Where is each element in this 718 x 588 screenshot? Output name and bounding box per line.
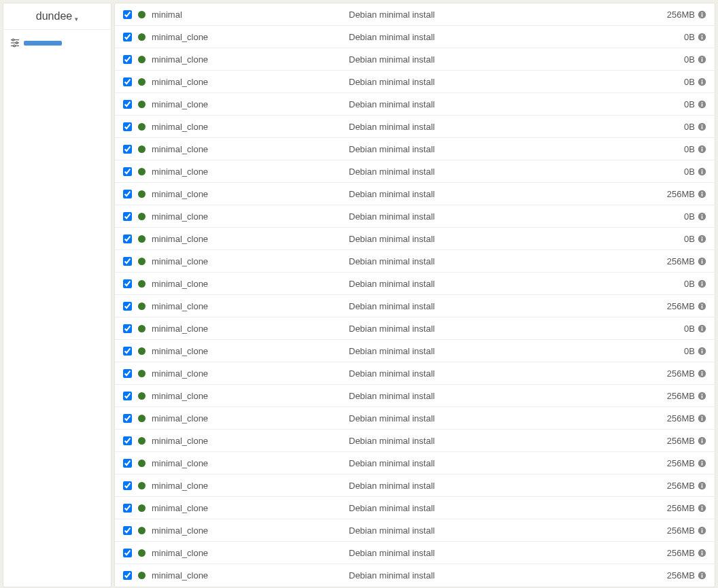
info-icon[interactable] [698,10,706,19]
info-icon[interactable] [698,549,706,557]
row-checkbox[interactable] [123,100,132,109]
table-row[interactable]: minimal_cloneDebian minimal install256MB [115,542,715,564]
row-checkbox[interactable] [123,279,132,288]
row-checkbox[interactable] [123,571,132,580]
table-row[interactable]: minimal_cloneDebian minimal install0B [115,26,715,48]
loading-bar [24,41,62,46]
row-checkbox[interactable] [123,436,132,445]
row-checkbox[interactable] [123,526,132,535]
row-checkbox[interactable] [123,55,132,64]
info-icon[interactable] [698,571,706,580]
vm-description: Debian minimal install [349,144,611,154]
row-checkbox[interactable] [123,145,132,154]
info-icon[interactable] [698,347,706,356]
info-icon[interactable] [698,302,706,311]
table-row[interactable]: minimal_cloneDebian minimal install0B [115,48,715,71]
table-row[interactable]: minimal_cloneDebian minimal install256MB [115,497,715,519]
row-checkbox[interactable] [123,167,132,176]
row-checkbox[interactable] [123,504,132,513]
vm-description: Debian minimal install [349,413,611,423]
row-checkbox[interactable] [123,481,132,490]
info-icon[interactable] [698,235,706,243]
svg-rect-55 [702,373,703,375]
info-icon[interactable] [698,212,706,221]
vm-size-cell: 256MB [611,413,706,423]
info-icon[interactable] [698,481,706,490]
table-row[interactable]: minimal_cloneDebian minimal install256MB [115,474,715,497]
svg-rect-19 [702,103,703,106]
row-checkbox[interactable] [123,235,132,243]
table-row[interactable]: minimal_cloneDebian minimal install256MB [115,295,715,317]
info-icon[interactable] [698,257,706,266]
table-row[interactable]: minimal_cloneDebian minimal install256MB [115,407,715,430]
row-checkbox-cell [123,235,138,243]
info-icon[interactable] [698,526,706,535]
info-icon[interactable] [698,167,706,176]
vm-size-cell: 0B [611,234,706,244]
row-checkbox[interactable] [123,33,132,41]
row-checkbox[interactable] [123,10,132,19]
info-icon[interactable] [698,122,706,131]
row-checkbox-cell [123,459,138,468]
table-row[interactable]: minimal_cloneDebian minimal install0B [115,71,715,93]
table-row[interactable]: minimal_cloneDebian minimal install0B [115,138,715,160]
vm-name: minimal_clone [152,301,349,311]
info-icon[interactable] [698,145,706,154]
table-row[interactable]: minimal_cloneDebian minimal install256MB [115,430,715,452]
info-icon[interactable] [698,279,706,288]
row-checkbox[interactable] [123,347,132,356]
sliders-icon[interactable] [10,38,20,48]
vm-description: Debian minimal install [349,346,611,356]
info-icon[interactable] [698,55,706,64]
table-row[interactable]: minimal_cloneDebian minimal install256MB [115,452,715,474]
table-row[interactable]: minimal_cloneDebian minimal install0B [115,273,715,295]
table-row[interactable]: minimal_cloneDebian minimal install256MB [115,183,715,205]
table-row[interactable]: minimal_cloneDebian minimal install256MB [115,250,715,273]
table-row[interactable]: minimal_cloneDebian minimal install256MB [115,519,715,542]
table-row[interactable]: minimal_cloneDebian minimal install0B [115,340,715,362]
table-row[interactable]: minimal_cloneDebian minimal install0B [115,160,715,183]
vm-description: Debian minimal install [349,99,611,109]
table-row[interactable]: minimal_cloneDebian minimal install256MB [115,362,715,385]
status-dot-icon [138,549,146,557]
info-icon[interactable] [698,414,706,423]
info-icon[interactable] [698,324,706,333]
table-row[interactable]: minimal_cloneDebian minimal install0B [115,93,715,116]
row-checkbox[interactable] [123,392,132,400]
host-selector[interactable]: dundee ▾ [3,3,111,30]
info-icon[interactable] [698,100,706,109]
row-checkbox[interactable] [123,549,132,557]
info-icon[interactable] [698,504,706,513]
row-checkbox-cell [123,100,138,109]
row-checkbox[interactable] [123,459,132,468]
vm-size-cell: 0B [611,279,706,289]
row-checkbox[interactable] [123,190,132,198]
info-icon[interactable] [698,459,706,468]
table-row[interactable]: minimal_cloneDebian minimal install256MB [115,385,715,407]
row-checkbox[interactable] [123,369,132,378]
row-checkbox-cell [123,279,138,288]
table-row[interactable]: minimal_cloneDebian minimal install0B [115,205,715,228]
svg-rect-64 [702,440,703,443]
vm-size: 0B [684,279,695,289]
info-icon[interactable] [698,33,706,41]
info-icon[interactable] [698,369,706,378]
table-row[interactable]: minimal_cloneDebian minimal install256MB [115,564,715,587]
table-row[interactable]: minimal_cloneDebian minimal install0B [115,228,715,250]
table-row[interactable]: minimal_cloneDebian minimal install0B [115,116,715,138]
info-icon[interactable] [698,190,706,198]
info-icon[interactable] [698,77,706,86]
row-checkbox[interactable] [123,324,132,333]
row-checkbox[interactable] [123,414,132,423]
row-checkbox[interactable] [123,257,132,266]
svg-rect-65 [702,438,703,440]
status-dot-icon [138,504,146,512]
info-icon[interactable] [698,436,706,445]
row-checkbox[interactable] [123,302,132,311]
info-icon[interactable] [698,392,706,400]
table-row[interactable]: minimalDebian minimal install256MB [115,3,715,26]
row-checkbox[interactable] [123,77,132,86]
row-checkbox[interactable] [123,212,132,221]
row-checkbox[interactable] [123,122,132,131]
table-row[interactable]: minimal_cloneDebian minimal install0B [115,317,715,340]
